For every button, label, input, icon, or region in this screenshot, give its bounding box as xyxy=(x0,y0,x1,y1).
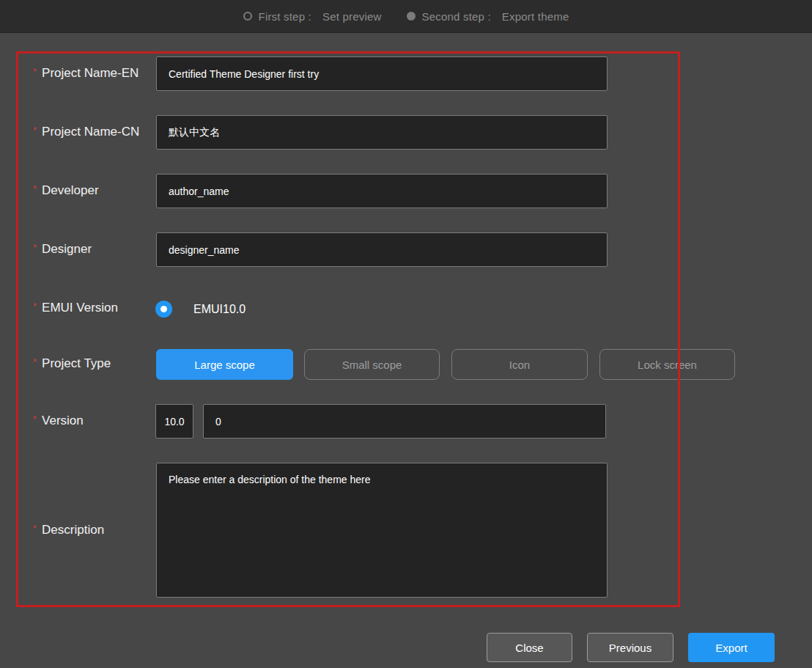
required-asterisk: * xyxy=(33,414,37,425)
designer-input[interactable] xyxy=(156,232,608,267)
export-button[interactable]: Export xyxy=(688,633,775,662)
radio-selected-dot-icon xyxy=(160,306,167,312)
step-second-label: Second step : xyxy=(422,10,491,23)
close-button[interactable]: Close xyxy=(487,633,572,662)
required-asterisk: * xyxy=(33,243,37,253)
step-second: Second step : Export theme xyxy=(407,10,569,23)
designer-label: * Designer xyxy=(33,242,92,257)
project-name-cn-label: * Project Name-CN xyxy=(33,125,139,139)
required-asterisk: * xyxy=(33,357,37,367)
description-textarea[interactable]: Please enter a description of the theme … xyxy=(156,463,608,598)
emui-version-radio[interactable] xyxy=(155,301,172,318)
step-first: First step : Set preview xyxy=(243,10,382,23)
version-major-input[interactable] xyxy=(155,404,193,438)
project-type-icon-button[interactable]: Icon xyxy=(451,349,588,380)
emui-version-label: * EMUI Version xyxy=(33,301,118,315)
version-label: * Version xyxy=(33,414,84,428)
project-type-large-scope-button[interactable]: Large scope xyxy=(156,349,293,380)
version-minor-input[interactable] xyxy=(203,404,606,438)
step-first-radio-icon xyxy=(243,12,252,21)
required-asterisk: * xyxy=(33,67,37,77)
developer-label: * Developer xyxy=(33,183,99,198)
required-asterisk: * xyxy=(33,184,37,194)
project-type-label: * Project Type xyxy=(33,356,111,371)
project-name-en-label: * Project Name-EN xyxy=(33,66,139,81)
emui-version-option-label[interactable]: EMUI10.0 xyxy=(193,303,246,316)
project-type-lock-screen-button[interactable]: Lock screen xyxy=(599,349,735,380)
step-first-label: First step : xyxy=(259,10,311,23)
required-asterisk: * xyxy=(33,524,37,534)
developer-input[interactable] xyxy=(156,174,608,208)
project-name-cn-input[interactable] xyxy=(156,115,608,150)
stepper-bar: First step : Set preview Second step : E… xyxy=(0,0,812,33)
previous-button[interactable]: Previous xyxy=(587,633,673,662)
export-theme-window: First step : Set preview Second step : E… xyxy=(0,0,812,668)
step-second-radio-icon xyxy=(407,12,416,21)
required-asterisk: * xyxy=(33,125,37,136)
required-asterisk: * xyxy=(33,301,37,312)
project-type-small-scope-button[interactable]: Small scope xyxy=(304,349,440,380)
project-name-en-input[interactable] xyxy=(156,56,608,91)
description-label: * Description xyxy=(33,523,104,537)
step-second-value: Export theme xyxy=(502,10,569,23)
step-first-value: Set preview xyxy=(322,10,382,23)
